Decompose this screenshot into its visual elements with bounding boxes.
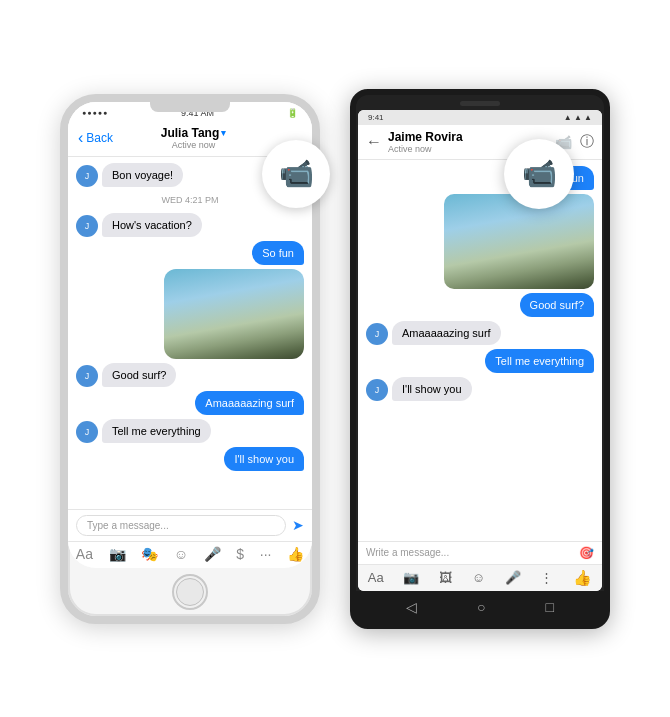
- table-row: So fun: [76, 241, 304, 265]
- android-mic-icon[interactable]: 🎤: [505, 570, 521, 585]
- back-button[interactable]: ‹ Back: [78, 129, 113, 147]
- photo-image: [164, 269, 304, 359]
- iphone-toolbar: Aa 📷 🎭 ☺ 🎤 $ ··· 👍: [68, 541, 312, 568]
- iphone-device: ●●●●● 9:41 AM 🔋 ‹ Back Julia Tang ▾ Acti…: [60, 94, 320, 624]
- more-icon[interactable]: ···: [260, 546, 272, 562]
- table-row: Amaaaaazing surf: [76, 391, 304, 415]
- location-icon[interactable]: 🎯: [579, 546, 594, 560]
- android-video-camera-icon: 📹: [522, 157, 557, 190]
- android-emoji-icon[interactable]: ☺: [472, 570, 485, 585]
- table-row: [366, 194, 594, 289]
- battery-indicator: 🔋: [287, 108, 298, 118]
- message-bubble: Bon voyage!: [102, 163, 183, 187]
- message-bubble: Amaaaaazing surf: [392, 321, 501, 345]
- android-back-button[interactable]: ←: [366, 133, 382, 151]
- dropdown-chevron-icon: ▾: [221, 128, 226, 138]
- mic-icon[interactable]: 🎤: [204, 546, 221, 562]
- table-row: J Good surf?: [76, 363, 304, 387]
- table-row: J How's vacation?: [76, 213, 304, 237]
- android-message-list: So fun Good surf? J Amaaaaazing surf: [358, 160, 602, 541]
- avatar: J: [366, 379, 388, 401]
- avatar: J: [366, 323, 388, 345]
- table-row: Tell me everything: [366, 349, 594, 373]
- video-call-popup-android[interactable]: 📹: [504, 139, 574, 209]
- android-gallery-icon[interactable]: 🖼: [439, 570, 452, 585]
- message-bubble: Good surf?: [102, 363, 176, 387]
- android-toolbar: Aa 📷 🖼 ☺ 🎤 ⋮ 👍: [358, 564, 602, 591]
- android-speaker: [460, 101, 500, 106]
- message-bubble: Amaaaaazing surf: [195, 391, 304, 415]
- message-bubble: So fun: [252, 241, 304, 265]
- iphone-input-area: Type a message... ➤: [68, 509, 312, 541]
- avatar: J: [76, 165, 98, 187]
- android-status-bar: 9:41 ▲ ▲ ▲: [358, 110, 602, 125]
- android-camera-icon[interactable]: 📷: [403, 570, 419, 585]
- emoji-icon[interactable]: ☺: [174, 546, 188, 562]
- home-button-inner: [176, 578, 204, 606]
- camera-icon[interactable]: 📷: [109, 546, 126, 562]
- message-bubble: Tell me everything: [485, 349, 594, 373]
- message-bubble: How's vacation?: [102, 213, 202, 237]
- android-input-area: Write a message... 🎯: [358, 541, 602, 564]
- android-like-icon[interactable]: 👍: [573, 569, 592, 587]
- table-row: [76, 269, 304, 359]
- message-bubble: I'll show you: [392, 377, 472, 401]
- like-icon[interactable]: 👍: [287, 546, 304, 562]
- aa-icon[interactable]: Aa: [76, 546, 93, 562]
- iphone-home-button[interactable]: [172, 574, 208, 610]
- table-row: I'll show you: [76, 447, 304, 471]
- android-status-icons: ▲ ▲ ▲: [564, 113, 592, 122]
- signal-dots: ●●●●●: [82, 109, 108, 116]
- iphone-active-status: Active now: [172, 140, 216, 150]
- table-row: J Tell me everything: [76, 419, 304, 443]
- iphone-message-list: J Bon voyage! WED 4:21 PM J How's vacati…: [68, 157, 312, 509]
- sticker-icon[interactable]: 🎭: [141, 546, 158, 562]
- message-bubble: I'll show you: [224, 447, 304, 471]
- iphone-message-input[interactable]: Type a message...: [76, 515, 286, 536]
- video-call-popup-iphone[interactable]: 📹: [262, 140, 330, 208]
- android-time: 9:41: [368, 113, 384, 122]
- message-bubble: Good surf?: [520, 293, 594, 317]
- nav-recent-icon[interactable]: □: [546, 599, 554, 615]
- avatar: J: [76, 215, 98, 237]
- avatar: J: [76, 365, 98, 387]
- android-aa-icon[interactable]: Aa: [368, 570, 384, 585]
- android-more-icon[interactable]: ⋮: [540, 570, 553, 585]
- dollar-icon[interactable]: $: [236, 546, 244, 562]
- table-row: Good surf?: [366, 293, 594, 317]
- send-icon[interactable]: ➤: [292, 517, 304, 533]
- photo-bubble: [164, 269, 304, 359]
- nav-back-icon[interactable]: ◁: [406, 599, 417, 615]
- back-label: Back: [86, 131, 113, 145]
- back-chevron-icon: ‹: [78, 129, 83, 147]
- message-bubble: Tell me everything: [102, 419, 211, 443]
- table-row: J Amaaaaazing surf: [366, 321, 594, 345]
- iphone-notch: [150, 102, 230, 112]
- nav-home-icon[interactable]: ○: [477, 599, 485, 615]
- iphone-contact-name: Julia Tang ▾: [161, 126, 226, 140]
- table-row: J I'll show you: [366, 377, 594, 401]
- photo-image: [444, 194, 594, 289]
- scene: ●●●●● 9:41 AM 🔋 ‹ Back Julia Tang ▾ Acti…: [0, 0, 670, 717]
- info-icon[interactable]: ⓘ: [580, 133, 594, 151]
- photo-bubble: [444, 194, 594, 289]
- android-nav-bar: ◁ ○ □: [356, 591, 604, 623]
- android-message-input[interactable]: Write a message...: [366, 547, 575, 558]
- avatar: J: [76, 421, 98, 443]
- iphone-contact-info: Julia Tang ▾ Active now: [161, 126, 226, 150]
- video-camera-icon: 📹: [279, 157, 314, 190]
- android-device: 9:41 ▲ ▲ ▲ ← Jaime Rovira Active now 📹 ⓘ: [350, 89, 610, 629]
